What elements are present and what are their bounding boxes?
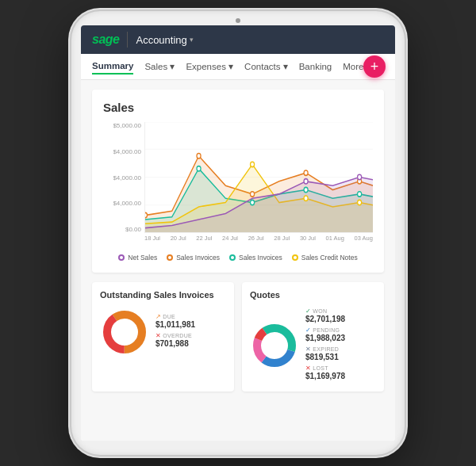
bottom-cards-row: Outstanding Sales Invoices xyxy=(92,282,384,401)
module-chevron: ▾ xyxy=(190,36,194,44)
svg-point-18 xyxy=(304,196,308,201)
module-label: Accounting xyxy=(136,34,186,46)
due-value: $1,011,981 xyxy=(155,320,226,329)
quotes-card: Quotes xyxy=(242,282,384,392)
x-label-2: 20 Jul xyxy=(171,235,186,249)
x-label-4: 24 Jul xyxy=(222,235,238,249)
legend-dot-sales-invoices-2 xyxy=(229,254,236,261)
chart-area: $5,000.00 $4,000.00 $4,000.00 $4,000.00 … xyxy=(103,122,373,249)
legend-label-credit-notes: Sales Credit Notes xyxy=(301,254,358,262)
svg-point-14 xyxy=(251,200,255,204)
won-value: $2,701,198 xyxy=(305,315,376,323)
svg-point-11 xyxy=(304,170,308,175)
overdue-icon: ✕ xyxy=(155,332,161,339)
nav-banking[interactable]: Banking xyxy=(299,59,332,74)
pending-label: ✓ PENDING xyxy=(305,327,376,334)
outstanding-donut xyxy=(100,307,149,357)
chart-svg xyxy=(145,122,373,232)
x-label-5: 26 Jul xyxy=(248,235,264,249)
outstanding-title: Outstanding Sales Invoices xyxy=(100,290,226,300)
svg-point-15 xyxy=(304,187,308,192)
sage-logo: sage xyxy=(92,32,119,47)
svg-point-16 xyxy=(358,192,362,197)
x-label-8: 01 Aug xyxy=(326,235,344,249)
legend-dot-net-sales xyxy=(118,254,125,261)
pending-value: $1,988,023 xyxy=(305,334,376,342)
won-icon: ✓ xyxy=(305,307,311,315)
legend-credit-notes: Sales Credit Notes xyxy=(292,254,358,262)
sales-title: Sales xyxy=(103,101,373,114)
y-label-4k-3: $4,000.00 xyxy=(113,200,141,207)
due-icon: ↗ xyxy=(155,313,161,320)
tablet-frame: sage Accounting ▾ Summary Sales ▾ Expens… xyxy=(71,11,405,455)
sales-card: Sales $5,000.00 $4,000.00 $4,000.00 $4,0… xyxy=(92,90,384,273)
quotes-donut-svg xyxy=(250,321,299,370)
lost-icon: ✕ xyxy=(305,365,311,372)
lost-label: ✕ LOST xyxy=(305,365,376,372)
x-label-1: 18 Jul xyxy=(144,235,160,249)
chart-y-labels: $5,000.00 $4,000.00 $4,000.00 $4,000.00 … xyxy=(103,122,144,233)
outstanding-donut-svg xyxy=(100,307,149,357)
lost-value: $1,169,978 xyxy=(305,372,376,380)
top-nav: sage Accounting ▾ xyxy=(81,25,395,54)
nav-expenses[interactable]: Expenses ▾ xyxy=(186,59,233,74)
x-label-7: 30 Jul xyxy=(300,235,316,249)
quotes-donut xyxy=(250,321,299,370)
svg-point-8 xyxy=(145,212,148,217)
quotes-stats: ✓ WON $2,701,198 ✓ PENDING $1,988 xyxy=(305,307,376,384)
svg-point-20 xyxy=(304,179,308,184)
legend-net-sales: Net Sales xyxy=(118,254,157,262)
y-label-5k: $5,000.00 xyxy=(113,122,141,129)
overdue-stat: ✕ OVERDUE $701,988 xyxy=(155,332,226,348)
expired-label: ✕ EXPIRED xyxy=(305,346,376,353)
expired-icon: ✕ xyxy=(305,346,311,353)
svg-point-10 xyxy=(251,192,255,197)
chart-x-labels: 18 Jul 20 Jul 22 Jul 24 Jul 26 Jul 28 Ju… xyxy=(144,235,373,249)
outstanding-donut-section: ↗ DUE $1,011,981 ✕ OVERDUE $701,9 xyxy=(100,307,226,357)
main-content: Sales $5,000.00 $4,000.00 $4,000.00 $4,0… xyxy=(81,80,395,441)
outstanding-invoices-card: Outstanding Sales Invoices xyxy=(92,282,234,392)
x-label-3: 22 Jul xyxy=(196,235,212,249)
nav-summary[interactable]: Summary xyxy=(92,59,133,74)
due-label: ↗ DUE xyxy=(155,313,226,320)
legend-sales-invoices-2: Sales Invoices xyxy=(229,254,282,262)
lost-stat: ✕ LOST $1,169,978 xyxy=(305,365,376,380)
legend-dot-credit-notes xyxy=(292,254,298,261)
tablet-camera xyxy=(236,18,240,23)
overdue-value: $701,988 xyxy=(155,339,226,348)
due-stat: ↗ DUE $1,011,981 xyxy=(155,313,226,329)
nav-module[interactable]: Accounting ▾ xyxy=(136,34,193,46)
overdue-label: ✕ OVERDUE xyxy=(155,332,226,339)
nav-sales[interactable]: Sales ▾ xyxy=(144,59,175,74)
svg-point-19 xyxy=(358,200,362,204)
legend-label-sales-invoices-2: Sales Invoices xyxy=(239,254,282,262)
legend-dot-sales-invoices-1 xyxy=(167,254,173,261)
chart-legend: Net Sales Sales Invoices Sales Invoices … xyxy=(103,254,373,262)
quotes-title: Quotes xyxy=(250,290,376,300)
chart-body xyxy=(144,122,373,233)
pending-stat: ✓ PENDING $1,988,023 xyxy=(305,327,376,342)
quotes-donut-section: ✓ WON $2,701,198 ✓ PENDING $1,988 xyxy=(250,307,376,384)
outstanding-stats: ↗ DUE $1,011,981 ✕ OVERDUE $701,9 xyxy=(155,313,226,351)
won-label: ✓ WON xyxy=(305,307,376,315)
svg-point-13 xyxy=(197,166,201,171)
pending-icon: ✓ xyxy=(305,327,311,334)
legend-sales-invoices-1: Sales Invoices xyxy=(167,254,220,262)
fab-button[interactable]: + xyxy=(363,55,386,78)
tablet-screen: sage Accounting ▾ Summary Sales ▾ Expens… xyxy=(81,25,395,441)
svg-point-21 xyxy=(358,174,362,179)
expired-stat: ✕ EXPIRED $819,531 xyxy=(305,346,376,361)
nav-divider xyxy=(127,32,128,48)
nav-contacts[interactable]: Contacts ▾ xyxy=(244,59,288,74)
y-label-0: $0.00 xyxy=(125,226,141,233)
y-label-4k-1: $4,000.00 xyxy=(113,148,141,155)
legend-label-sales-invoices-1: Sales Invoices xyxy=(176,254,220,262)
won-stat: ✓ WON $2,701,198 xyxy=(305,307,376,323)
sub-nav: Summary Sales ▾ Expenses ▾ Contacts ▾ Ba… xyxy=(81,54,395,80)
legend-label-net-sales: Net Sales xyxy=(128,254,157,262)
svg-point-9 xyxy=(197,154,201,159)
svg-point-17 xyxy=(251,162,255,166)
x-label-9: 03 Aug xyxy=(355,235,373,249)
expired-value: $819,531 xyxy=(305,353,376,361)
x-label-6: 28 Jul xyxy=(274,235,290,249)
